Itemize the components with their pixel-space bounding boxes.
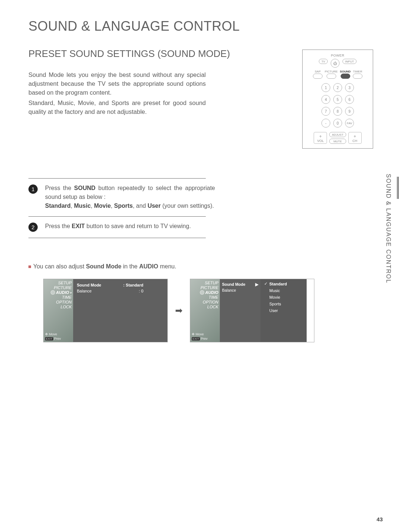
sap-label: SAP <box>315 70 321 73</box>
ch-rocker[interactable]: +CH <box>348 132 362 144</box>
side-section-label: SOUND & LANGUAGE CONTROL <box>385 174 392 284</box>
mute-button[interactable]: MUTE <box>329 139 346 144</box>
timer-button[interactable] <box>353 74 362 79</box>
num-3[interactable]: 3 <box>345 83 354 92</box>
step-2-badge: 2 <box>28 223 38 232</box>
tv-button[interactable]: TV <box>319 59 328 64</box>
page-title: SOUND & LANGUAGE CONTROL <box>28 18 373 34</box>
option-user[interactable]: User <box>264 308 303 313</box>
remote-diagram: POWER TV ⏻ INPUT SAP PICTURE SOUND TIMER… <box>302 50 373 149</box>
hint-prev-badge: EXIT <box>192 337 200 340</box>
thumb-tab <box>397 177 399 199</box>
picture-button[interactable] <box>327 74 336 79</box>
option-movie[interactable]: Movie <box>264 295 303 299</box>
osd-screen-audio: SETUP PICTURE AUDIO▸ TIME OPTION LOCK Mo… <box>43 279 168 342</box>
timer-label: TIMER <box>353 70 362 73</box>
menu-lock[interactable]: LOCK <box>207 305 218 309</box>
input-button[interactable]: INPUT <box>342 59 357 64</box>
sound-button[interactable] <box>341 74 350 79</box>
kv-sound-mode-value: : Standard <box>123 283 143 287</box>
menu-audio[interactable]: AUDIO <box>200 290 218 295</box>
menu-option[interactable]: OPTION <box>56 300 72 304</box>
num-5[interactable]: 5 <box>333 95 342 104</box>
power-label: POWER <box>331 54 345 57</box>
fav-button[interactable]: FAV <box>345 119 354 128</box>
hint-move: Move <box>192 332 204 336</box>
page-number: 43 <box>376 516 383 522</box>
step-1-badge: 1 <box>28 184 38 194</box>
hint-prev-badge: EXIT <box>45 337 53 340</box>
bullet-icon <box>28 265 31 268</box>
num-6[interactable]: 6 <box>345 95 354 104</box>
num-dash[interactable]: - <box>321 119 330 128</box>
kv-balance-value: : 0 <box>139 289 143 293</box>
num-7[interactable]: 7 <box>321 107 330 116</box>
option-sports[interactable]: Sports <box>264 302 303 306</box>
divider <box>28 238 206 238</box>
num-4[interactable]: 4 <box>321 95 330 104</box>
step-2-text: Press the EXIT button to save and return… <box>45 222 191 231</box>
picture-label: PICTURE <box>325 70 338 73</box>
num-1[interactable]: 1 <box>321 83 330 92</box>
kv-sound-mode-label: Sound Mode <box>77 283 101 287</box>
sap-button[interactable] <box>313 74 323 79</box>
sound-label: SOUND <box>340 70 351 73</box>
option-music[interactable]: Music <box>264 288 303 293</box>
section-title: PRESET SOUND SETTINGS (SOUND MODE) <box>28 48 235 60</box>
option-standard[interactable]: ✓Standard <box>264 281 303 286</box>
num-2[interactable]: 2 <box>333 83 342 92</box>
intro-paragraph-2: Standard, Music, Movie, and Sports are p… <box>28 99 206 116</box>
menu-picture[interactable]: PICTURE <box>54 285 72 290</box>
power-button[interactable]: ⏻ <box>331 59 340 68</box>
menu-lock[interactable]: LOCK <box>61 305 72 309</box>
num-9[interactable]: 9 <box>345 107 354 116</box>
menu-time[interactable]: TIME <box>62 295 72 299</box>
menu-audio[interactable]: AUDIO▸ <box>51 290 72 295</box>
menu-setup[interactable]: SETUP <box>205 281 218 285</box>
menu-option[interactable]: OPTION <box>203 300 218 304</box>
hint-move: Move <box>45 332 57 336</box>
adjust-button[interactable]: ADJUST <box>329 132 346 137</box>
vol-rocker[interactable]: +VOL <box>314 132 327 144</box>
menu-time[interactable]: TIME <box>209 295 218 299</box>
note: You can also adjust Sound Mode in the AU… <box>28 263 373 270</box>
osd-screen-sound-mode-submenu: SETUP PICTURE AUDIO TIME OPTION LOCK Mov… <box>190 279 314 342</box>
menu-setup[interactable]: SETUP <box>58 281 72 285</box>
kv-balance-label: Balance <box>77 289 92 293</box>
step-1-text: Press the SOUND button repeatedly to sel… <box>45 184 215 210</box>
num-8[interactable]: 8 <box>333 107 342 116</box>
submenu-sound-mode-label[interactable]: Sound Mode <box>222 282 245 287</box>
arrow-right-icon: ➡ <box>175 305 183 316</box>
submenu-balance-label[interactable]: Balance <box>222 288 236 292</box>
intro-paragraph-1: Sound Mode lets you enjoy the best sound… <box>28 71 206 97</box>
num-0[interactable]: 0 <box>333 119 342 128</box>
menu-picture[interactable]: PICTURE <box>201 285 218 290</box>
arrow-icon: ▶ <box>255 282 258 287</box>
